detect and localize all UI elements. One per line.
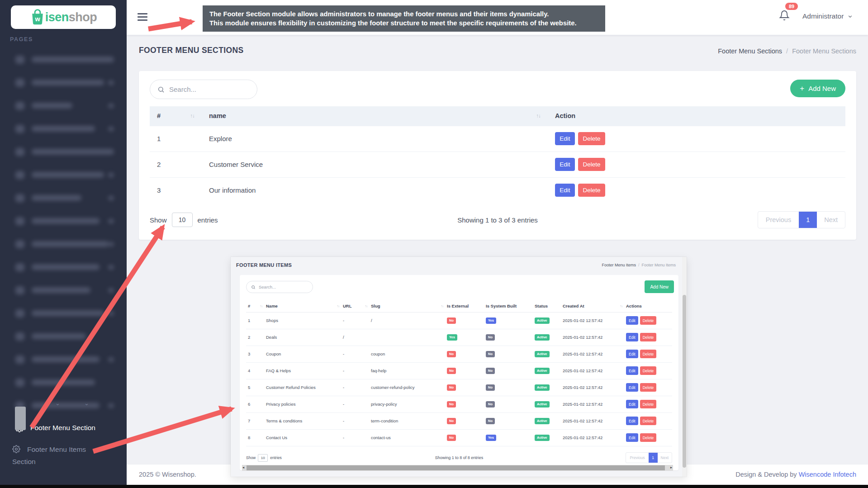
menu-icon-blurred <box>15 309 24 317</box>
pagination-previous[interactable]: Previous <box>626 453 648 463</box>
add-new-button[interactable]: + Add New <box>790 80 845 97</box>
delete-button[interactable]: Delete <box>578 132 605 145</box>
user-menu[interactable]: Administrator <box>802 12 853 20</box>
edit-button[interactable]: Edit <box>555 184 575 197</box>
breadcrumb-parent[interactable]: Footer Menu Sections <box>718 47 782 55</box>
table-header-cell[interactable]: Actions <box>624 300 672 312</box>
horizontal-scrollbar[interactable]: ◂ ▸ <box>242 465 673 471</box>
pagination-page-1[interactable]: 1 <box>649 453 658 463</box>
status-badge: No <box>447 368 456 374</box>
chevron-icon-blurred <box>109 242 114 246</box>
is-external-cell: No <box>445 379 484 396</box>
column-header-label: Slug <box>371 303 380 308</box>
delete-button[interactable]: Delete <box>640 366 657 375</box>
edit-button[interactable]: Edit <box>555 158 575 171</box>
edit-button[interactable]: Edit <box>626 316 638 325</box>
delete-button[interactable]: Delete <box>578 158 605 171</box>
sidebar-item-footer-menu-items-section[interactable]: Footer Menu Items Section <box>0 443 102 468</box>
is-external-cell: No <box>445 412 484 429</box>
status-badge: Active <box>535 368 550 374</box>
sort-arrows-icon[interactable]: ↑↓ <box>337 304 340 308</box>
status-badge: No <box>486 418 495 424</box>
sort-arrows-icon[interactable]: ↑↓ <box>260 304 263 308</box>
search-input[interactable] <box>169 85 250 93</box>
vertical-scrollbar[interactable] <box>682 257 687 477</box>
delete-button[interactable]: Delete <box>640 316 657 325</box>
sort-arrows-icon[interactable]: ↑↓ <box>536 113 541 118</box>
sidebar-item-blurred <box>0 186 127 209</box>
pagination-next[interactable]: Next <box>817 212 845 228</box>
is-system-built-cell: No <box>484 362 533 379</box>
delete-button[interactable]: Delete <box>640 350 657 358</box>
sort-arrows-icon[interactable]: ↑↓ <box>620 304 623 308</box>
row-number: 4 <box>246 362 264 379</box>
created-at: 2025-01-02 12:57:42 <box>561 396 624 412</box>
scroll-left-icon[interactable]: ◂ <box>242 465 244 469</box>
table-header-cell[interactable]: Slug↑↓ <box>369 300 445 312</box>
row-actions: EditDelete <box>624 429 672 446</box>
pagination-page-1[interactable]: 1 <box>799 212 817 228</box>
vertical-scrollbar-thumb[interactable] <box>683 295 686 468</box>
table-footer: Show entries Showing 1 to 3 of 3 entries… <box>150 206 845 234</box>
app-logo[interactable]: w isenshop <box>11 5 116 29</box>
delete-button[interactable]: Delete <box>640 383 657 392</box>
pagination-previous[interactable]: Previous <box>758 212 799 228</box>
copyright-text: 2025 © Wisenshop. <box>139 471 196 478</box>
table-header-cell[interactable]: Is System Built <box>484 300 533 312</box>
column-header-label: # <box>248 303 250 308</box>
table-header-cell[interactable]: name↑↓ <box>202 106 548 126</box>
sort-arrows-icon[interactable]: ↑↓ <box>365 304 368 308</box>
is-system-built-cell: No <box>484 379 533 396</box>
sidebar-scrollbar-thumb[interactable] <box>15 407 26 430</box>
overlay-add-new-button[interactable]: Add New <box>645 280 674 293</box>
chevron-icon-blurred <box>108 127 114 131</box>
horizontal-scrollbar-thumb[interactable] <box>247 465 665 470</box>
scroll-right-icon[interactable]: ▸ <box>670 465 672 469</box>
page-length-input[interactable] <box>258 454 268 462</box>
edit-button[interactable]: Edit <box>626 433 638 442</box>
table-row: 4FAQ & Helps-faq-helpNoNoActive2025-01-0… <box>246 362 672 379</box>
edit-button[interactable]: Edit <box>626 333 638 341</box>
row-actions: EditDelete <box>624 346 672 362</box>
delete-button[interactable]: Delete <box>640 433 657 442</box>
created-at: 2025-01-02 12:57:42 <box>561 412 624 429</box>
notifications-button[interactable]: 89 <box>776 2 803 30</box>
overlay-page-title: FOOTER MENU ITEMS <box>236 262 292 268</box>
delete-button[interactable]: Delete <box>578 184 605 197</box>
delete-button[interactable]: Delete <box>640 400 657 408</box>
menu-icon-blurred <box>15 194 24 202</box>
status-badge: Active <box>535 334 550 341</box>
table-header-cell[interactable]: Action <box>548 106 845 126</box>
sort-arrows-icon[interactable]: ↑↓ <box>190 113 195 118</box>
table-header-cell[interactable]: #↑↓ <box>246 300 264 312</box>
table-header-cell[interactable]: Is External <box>445 300 484 312</box>
logo-text-primary: isen <box>45 10 69 24</box>
delete-button[interactable]: Delete <box>640 417 657 425</box>
created-at: 2025-01-02 12:57:42 <box>561 312 624 329</box>
pagination-next[interactable]: Next <box>658 453 672 463</box>
page-length-input[interactable] <box>172 213 193 227</box>
sort-arrows-icon[interactable]: ↑↓ <box>441 304 444 308</box>
table-header-cell[interactable]: Name↑↓ <box>264 300 341 312</box>
status-badge: No <box>486 368 495 374</box>
overlay-table-footer: Show entries Showing 1 to 8 of 8 entries… <box>246 452 672 463</box>
is-system-built-cell: No <box>484 329 533 346</box>
table-header-row: #↑↓Name↑↓URL↑↓Slug↑↓Is ExternalIs System… <box>246 300 672 312</box>
column-header-label: name <box>209 112 226 119</box>
window-bottom-edge <box>0 485 868 488</box>
edit-button[interactable]: Edit <box>626 366 638 375</box>
item-url: - <box>341 362 369 379</box>
edit-button[interactable]: Edit <box>555 132 575 145</box>
edit-button[interactable]: Edit <box>626 400 638 408</box>
table-header-cell[interactable]: URL↑↓ <box>341 300 369 312</box>
edit-button[interactable]: Edit <box>626 383 638 392</box>
overlay-search-input[interactable] <box>259 284 308 289</box>
credit-link[interactable]: Wisencode Infotech <box>799 471 856 478</box>
edit-button[interactable]: Edit <box>626 350 638 358</box>
edit-button[interactable]: Edit <box>626 417 638 425</box>
table-header-cell[interactable]: Status <box>533 300 561 312</box>
hamburger-icon[interactable] <box>138 13 147 23</box>
table-header-cell[interactable]: #↑↓ <box>150 106 202 126</box>
delete-button[interactable]: Delete <box>640 333 657 341</box>
table-header-cell[interactable]: Created At↑↓ <box>561 300 624 312</box>
